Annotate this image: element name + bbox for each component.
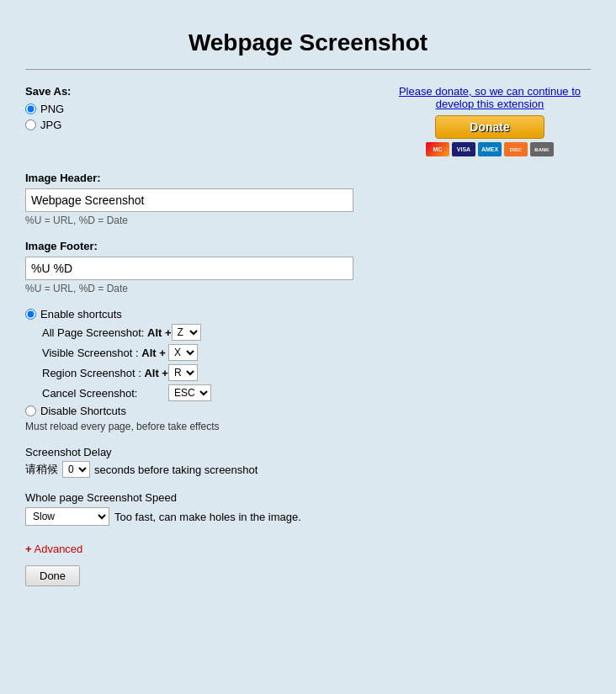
donate-link[interactable]: Please donate, so we can continue to dev… [389,85,591,110]
all-page-shortcut-row: All Page Screenshot: Alt + Z X C V [42,324,591,341]
save-as-section: Save As: PNG JPG [25,85,71,135]
advanced-section: + Advanced [25,543,591,555]
region-alt: Alt + [144,367,168,379]
jpg-radio[interactable] [25,119,36,130]
advanced-plus: + [25,543,32,555]
jpg-label: JPG [40,119,61,131]
disable-shortcuts-row: Disable Shortcuts [25,405,591,417]
donate-section: Please donate, so we can continue to dev… [389,85,591,156]
shortcuts-section: Enable shortcuts All Page Screenshot: Al… [25,308,591,432]
page-title: Webpage Screenshot [25,17,591,69]
enable-shortcuts-radio[interactable] [25,309,36,320]
image-header-section: Image Header: %U = URL, %D = Date [25,172,591,226]
bank-icon: BANK [530,142,554,156]
cancel-label: Cancel Screenshot: [42,387,168,400]
delay-value-select[interactable]: 0 1 2 3 4 5 [62,461,90,478]
card-icons: MC VISA AMEX DISC BANK [389,142,591,156]
divider [25,69,591,70]
png-label: PNG [40,103,64,115]
discover-icon: DISC [504,142,528,156]
image-header-input[interactable] [25,188,353,212]
visible-alt: Alt + [141,347,166,359]
done-button[interactable]: Done [25,565,80,586]
reload-notice: Must reload every page, before take effe… [25,421,591,432]
mastercard-icon: MC [426,142,449,156]
all-page-alt: Alt + [147,326,172,339]
image-footer-hint: %U = URL, %D = Date [25,283,591,294]
disable-shortcuts-label: Disable Shortcuts [40,405,126,417]
visible-key-select[interactable]: X Z C V [168,344,198,361]
image-header-label: Image Header: [25,172,591,184]
delay-label: Screenshot Delay [25,446,591,458]
region-shortcut-row: Region Screenshot : Alt + R T Y U [42,364,591,381]
amex-icon: AMEX [478,142,502,156]
image-footer-input[interactable] [25,257,353,280]
delay-row: 请稍候 0 1 2 3 4 5 seconds before taking sc… [25,461,591,478]
speed-row: Slow Medium Fast Too fast, can make hole… [25,507,591,526]
image-footer-label: Image Footer: [25,240,591,252]
enable-shortcuts-row: Enable shortcuts [25,308,591,321]
delay-section: Screenshot Delay 请稍候 0 1 2 3 4 5 seconds… [25,446,591,478]
delay-suffix: seconds before taking screenshot [94,464,258,476]
delay-cn-label: 请稍候 [25,462,58,477]
advanced-link[interactable]: + Advanced [25,543,82,555]
image-footer-section: Image Footer: %U = URL, %D = Date [25,240,591,294]
cancel-key-select[interactable]: ESC F1 F2 [168,384,211,401]
visible-shortcut-row: Visible Screenshot : Alt + X Z C V [42,344,591,361]
all-page-key-select[interactable]: Z X C V [172,324,201,341]
png-radio[interactable] [25,103,36,114]
jpg-radio-row: JPG [25,119,71,131]
png-radio-row: PNG [25,103,71,115]
speed-note: Too fast, can make holes in the image. [114,511,301,523]
advanced-label: Advanced [35,543,83,555]
enable-shortcuts-label: Enable shortcuts [40,308,122,321]
speed-label: Whole page Screenshot Speed [25,491,591,504]
visible-label: Visible Screenshot : Alt + [42,347,168,359]
all-page-label: All Page Screenshot: Alt + [42,326,172,339]
speed-section: Whole page Screenshot Speed Slow Medium … [25,491,591,526]
image-header-hint: %U = URL, %D = Date [25,215,591,226]
region-label: Region Screenshot : Alt + [42,367,168,379]
visa-icon: VISA [452,142,475,156]
save-as-label: Save As: [25,85,71,98]
region-key-select[interactable]: R T Y U [168,364,198,381]
disable-shortcuts-radio[interactable] [25,405,36,416]
donate-button[interactable]: Donate [435,115,544,139]
cancel-shortcut-row: Cancel Screenshot: ESC F1 F2 [42,384,591,401]
speed-select[interactable]: Slow Medium Fast [25,507,109,526]
